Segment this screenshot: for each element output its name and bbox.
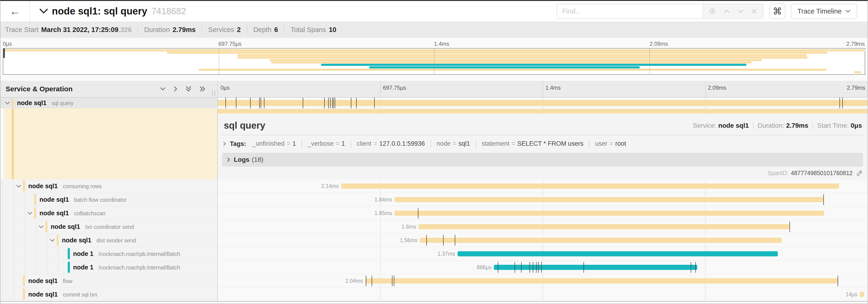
service-color-indicator xyxy=(34,208,36,218)
span-bar[interactable] xyxy=(365,278,838,283)
span-bar[interactable] xyxy=(395,197,824,202)
tag-equals: = xyxy=(287,140,290,147)
span-row-label-cell[interactable]: node sql1colbatchscan xyxy=(0,206,218,220)
log-marker-tick xyxy=(521,262,522,273)
summary-value: 2 xyxy=(237,26,241,33)
operation-name: commit sql txn xyxy=(63,292,97,298)
column-resizer-grip[interactable]: || xyxy=(212,90,216,96)
span-bar[interactable] xyxy=(418,224,790,229)
service-color-indicator xyxy=(23,275,25,286)
trace-minimap[interactable] xyxy=(3,48,865,75)
service-color-indicator xyxy=(12,99,14,107)
summary-label: Duration xyxy=(144,26,170,33)
span-row-label-cell[interactable]: node sql1batch flow coordinator xyxy=(0,193,218,206)
trace-timeline-page: ← node sql1: sql query 7418682 xyxy=(0,0,868,304)
tag-value: 1 xyxy=(292,140,296,147)
find-prev-chevron-up-icon[interactable] xyxy=(723,9,730,13)
summary-label: Depth xyxy=(253,26,272,33)
tree-indent-guide xyxy=(2,247,3,260)
log-marker-tick xyxy=(328,98,329,108)
selected-span-strip-bar[interactable] xyxy=(218,109,868,113)
copy-link-icon[interactable] xyxy=(856,170,863,177)
span-row-text: node sql1flow xyxy=(28,277,72,284)
chevron-right-icon xyxy=(223,141,226,146)
chevron-down-icon xyxy=(845,9,850,13)
tree-indent-guide xyxy=(25,193,25,206)
span-row-timeline-cell: 1.84ms xyxy=(218,193,868,206)
span-row-label-cell[interactable]: node sql1consuming rows xyxy=(0,179,218,193)
row-chevron-down-icon[interactable] xyxy=(27,211,33,215)
tree-indent-guide xyxy=(2,193,3,206)
minimap-span xyxy=(270,59,762,61)
tag-key: user xyxy=(595,140,608,147)
span-row-label-cell[interactable]: node sql1commit sql txn xyxy=(0,288,218,301)
find-input[interactable] xyxy=(557,4,703,18)
span-row: node sql1flow2.04ms xyxy=(0,274,868,288)
service-name: node sql1 xyxy=(62,237,91,244)
span-detail-header: sql query Service:node sql1 Duration:2.7… xyxy=(218,115,868,135)
tree-indent-guide xyxy=(2,274,3,288)
summary-label: Total Spans xyxy=(290,26,326,33)
expand-all-icon[interactable] xyxy=(199,86,206,93)
row-chevron-down-icon[interactable] xyxy=(38,225,44,228)
span-bar[interactable] xyxy=(494,265,697,270)
tags-row[interactable]: Tags: _unfinished=1_verbose=1client=127.… xyxy=(218,135,868,153)
tag-divider xyxy=(475,140,476,148)
span-bar[interactable] xyxy=(341,183,839,189)
tag-equals: = xyxy=(373,140,377,147)
trace-view-selector[interactable]: Trace Timeline xyxy=(791,3,857,19)
row-chevron-down-icon[interactable] xyxy=(50,238,55,242)
row-chevron-down-icon[interactable] xyxy=(16,184,22,188)
span-row-text: node sql1dist sender send xyxy=(62,237,136,244)
span-row-label-cell[interactable]: node 1/cockroach.roachpb.Internal/Batch xyxy=(0,247,218,260)
tag-divider xyxy=(302,140,302,148)
minimap-span xyxy=(238,54,807,56)
minimap-left-scrubber[interactable] xyxy=(3,48,5,58)
span-duration-label: 14μs xyxy=(845,291,857,298)
tree-indent-guide xyxy=(2,261,3,274)
tag-key: _verbose xyxy=(308,140,334,147)
logs-row[interactable]: Logs (18) xyxy=(222,153,863,167)
collapse-one-icon[interactable] xyxy=(159,87,166,91)
find-clear-close-icon[interactable] xyxy=(751,8,757,14)
find-group xyxy=(557,4,763,19)
span-row-label-cell[interactable]: node sql1dist sender send xyxy=(0,234,218,247)
span-row: node sql1commit sql txn14μs xyxy=(0,288,868,301)
log-marker-tick xyxy=(332,98,333,108)
view-selector-label: Trace Timeline xyxy=(798,7,842,15)
expand-one-icon[interactable] xyxy=(173,86,178,93)
list-bottom-edge xyxy=(0,301,868,304)
span-row-label-cell[interactable]: node 1/cockroach.roachpb.Internal/Batch xyxy=(0,261,218,274)
summary-value: March 31 2022, 17:25:09 xyxy=(41,26,118,33)
collapse-all-icon[interactable] xyxy=(185,86,192,93)
top-bar: ← node sql1: sql query 7418682 xyxy=(0,1,868,22)
meta-divider xyxy=(753,122,753,129)
tree-indent-guide xyxy=(2,206,3,220)
locate-icon[interactable] xyxy=(709,7,716,15)
log-marker-tick xyxy=(824,194,824,205)
keyboard-shortcuts-command-icon[interactable]: ⌘ xyxy=(769,3,785,19)
span-bar[interactable] xyxy=(860,292,864,297)
log-marker-tick xyxy=(538,262,539,273)
span-duration-label: 1.56ms xyxy=(400,237,417,243)
title-chevron-down-icon[interactable] xyxy=(39,8,48,14)
span-row-timeline-cell: 2.04ms xyxy=(218,274,868,288)
summary-item: Services2 xyxy=(208,26,241,34)
ruler-tick-label: 2.79ms xyxy=(846,41,865,47)
ruler-tick-label: 2.79ms xyxy=(847,85,865,91)
tag-divider xyxy=(431,140,431,148)
find-next-chevron-down-icon[interactable] xyxy=(737,9,744,13)
span-row-label-cell[interactable]: node sql1sql query xyxy=(0,98,218,108)
span-row-label-cell[interactable]: node sql1flow xyxy=(0,274,218,288)
span-row-label-cell[interactable]: node sql1txn coordinator send xyxy=(0,220,218,233)
span-bar[interactable] xyxy=(395,211,824,216)
tag-key: node xyxy=(437,140,451,147)
tree-controls xyxy=(159,86,206,93)
logs-count: (18) xyxy=(252,156,264,163)
span-bar[interactable] xyxy=(218,100,868,106)
summary-item: Trace StartMarch 31 2022, 17:25:09.326 xyxy=(5,26,131,34)
span-bar[interactable] xyxy=(458,251,778,257)
row-chevron-down-icon[interactable] xyxy=(5,101,10,105)
back-button[interactable]: ← xyxy=(0,1,30,22)
span-bar[interactable] xyxy=(420,238,782,243)
